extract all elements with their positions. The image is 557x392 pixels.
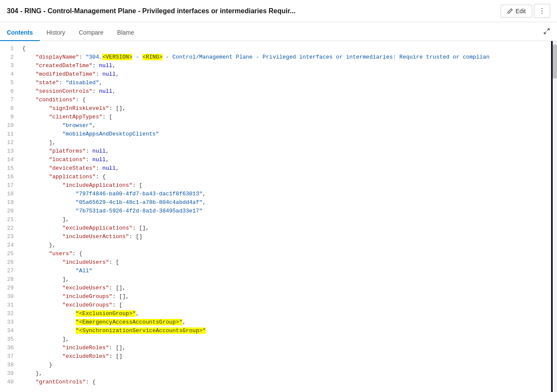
code-line-2: "displayName": "304.<VERSION> - <RING> -… [19,53,551,62]
code-line-30: "includeGroups": [], [19,292,551,301]
code-line-9: "clientAppTypes": [ [19,113,551,121]
code-area: 1234567891011121314151617181920212223242… [0,41,557,392]
code-line-37: "excludeRoles": [] [19,352,551,361]
code-line-22: "excludeApplications": [], [19,224,551,233]
code-line-18: "797f4846-ba00-4fd7-ba43-dac1f8f63013", [19,190,551,198]
code-line-3: "createdDateTime": null, [19,62,551,70]
line-number-19: 19 [0,198,19,207]
line-number-17: 17 [0,181,19,190]
line-number-32: 32 [0,309,19,318]
code-line-20: "7b7531ad-5926-4f2d-8a1d-38495ad33e17" [19,207,551,215]
tabs-bar: Contents History Compare Blame [0,22,557,41]
line-number-34: 34 [0,327,19,335]
code-line-16: "applications": { [19,173,551,181]
app-container: 304 - RING - Control-Management Plane - … [0,0,557,392]
code-line-7: "conditions": { [19,96,551,104]
scrollbar-thumb[interactable] [553,44,557,79]
code-line-12: ], [19,139,551,147]
line-number-31: 31 [0,301,19,309]
line-number-22: 22 [0,224,19,233]
tab-blame[interactable]: Blame [110,25,141,41]
code-line-6: "sessionControls": null, [19,87,551,96]
code-line-28: ], [19,275,551,284]
more-button[interactable]: ⋮ [534,4,550,18]
line-number-30: 30 [0,292,19,301]
code-line-39: }, [19,369,551,378]
line-number-25: 25 [0,250,19,258]
code-line-35: ], [19,335,551,344]
pencil-icon [507,8,513,14]
scrollbar-track[interactable] [553,41,557,392]
line-number-15: 15 [0,164,19,173]
code-line-36: "includeRoles": [], [19,344,551,352]
title-bar: 304 - RING - Control-Management Plane - … [0,0,557,22]
line-number-20: 20 [0,207,19,215]
line-number-2: 2 [0,53,19,62]
code-line-33: "<EmergencyAccessAccountsGroup>", [19,318,551,327]
line-number-5: 5 [0,79,19,87]
code-line-38: } [19,361,551,369]
line-number-35: 35 [0,335,19,344]
code-line-5: "state": "disabled", [19,79,551,87]
line-number-21: 21 [0,215,19,224]
tab-contents[interactable]: Contents [0,25,40,41]
line-number-28: 28 [0,275,19,284]
line-number-39: 39 [0,369,19,378]
line-number-14: 14 [0,156,19,164]
line-number-16: 16 [0,173,19,181]
tab-compare[interactable]: Compare [72,25,110,41]
code-line-15: "deviceStates": null, [19,164,551,173]
line-number-27: 27 [0,267,19,275]
expand-icon[interactable] [536,24,557,41]
code-line-13: "platforms": null, [19,147,551,156]
line-number-12: 12 [0,139,19,147]
code-line-25: "users": { [19,250,551,258]
code-line-34: "<SynchronizationServiceAccountsGroup>" [19,327,551,335]
edit-button[interactable]: Edit [501,5,532,18]
line-number-10: 10 [0,121,19,130]
code-line-17: "includeApplications": [ [19,181,551,190]
code-line-14: "locations": null, [19,156,551,164]
title-actions: Edit ⋮ [501,4,550,18]
code-line-27: "All" [19,267,551,275]
line-number-11: 11 [0,130,19,139]
code-line-11: "mobileAppsAndDesktopClients" [19,130,551,139]
code-line-21: ], [19,215,551,224]
code-line-40: "grantControls": { [19,378,551,386]
page-title: 304 - RING - Control-Management Plane - … [7,7,501,15]
tab-history[interactable]: History [40,25,72,41]
code-line-1: { [19,44,551,53]
line-number-29: 29 [0,284,19,292]
line-numbers: 1234567891011121314151617181920212223242… [0,41,19,392]
line-number-6: 6 [0,87,19,96]
line-number-13: 13 [0,147,19,156]
line-number-3: 3 [0,62,19,70]
line-number-26: 26 [0,258,19,267]
line-number-23: 23 [0,233,19,241]
line-number-7: 7 [0,96,19,104]
code-line-24: }, [19,241,551,250]
line-number-18: 18 [0,190,19,198]
code-line-19: "05a65629-4c1b-48c1-a78b-804c4abdd4af", [19,198,551,207]
code-line-10: "browser", [19,121,551,130]
code-line-23: "includeUserActions": [] [19,233,551,241]
line-number-33: 33 [0,318,19,327]
code-line-4: "modifiedDateTime": null, [19,70,551,79]
line-number-40: 40 [0,378,19,386]
line-number-1: 1 [0,44,19,53]
code-line-8: "signInRiskLevels": [], [19,104,551,113]
line-number-38: 38 [0,361,19,369]
line-number-24: 24 [0,241,19,250]
code-line-29: "excludeUsers": [], [19,284,551,292]
code-line-31: "excludeGroups": [ [19,301,551,309]
line-number-4: 4 [0,70,19,79]
code-line-26: "includeUsers": [ [19,258,551,267]
line-number-9: 9 [0,113,19,121]
line-number-8: 8 [0,104,19,113]
code-content[interactable]: { "displayName": "304.<VERSION> - <RING>… [19,41,551,392]
code-line-32: "<ExclusionGroup>", [19,309,551,318]
line-number-37: 37 [0,352,19,361]
line-number-36: 36 [0,344,19,352]
